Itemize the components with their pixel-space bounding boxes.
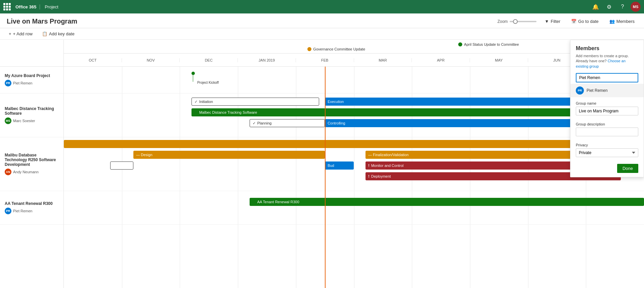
project-member: MS Marc Soester [5,117,59,124]
month-may: MAY [470,58,528,62]
milestone-row: April Status Update to Committee Governa… [64,40,644,53]
month-oct: OCT [64,58,122,62]
group-desc-input[interactable] [576,128,638,136]
calendar-icon: 📅 [571,19,576,24]
month-nov: NOV [122,58,180,62]
page-title: Live on Mars Program [7,17,498,25]
gantt-left: My Azure Board Project PR Piet Remen Mal… [0,40,64,288]
zoom-control[interactable]: Zoom [498,19,537,24]
group-name-section: Group name [570,97,644,118]
project-name: Malbec Distance Tracking Software [5,106,59,116]
gantt-left-body: My Azure Board Project PR Piet Remen Mal… [0,67,63,225]
avatar: PR [5,208,11,214]
timeline-header: April Status Update to Committee Governa… [64,40,644,67]
gantt-body: Project Kickoff ✓ Initiation Execution [64,67,644,288]
gantt-bar-bud[interactable]: Bud [325,161,354,170]
gantt-bar-initiation[interactable]: ✓ Initiation [191,98,319,106]
main-area: Live on Mars Program Zoom ▼ Filter 📅 Go … [0,13,644,288]
add-key-date-button[interactable]: 📋 Add key date [40,30,77,37]
group-name-input[interactable] [576,107,638,115]
project-name: Malibu Database Technology R250 Software… [5,153,59,167]
members-panel: Members Add members to create a group. A… [570,40,644,177]
panel-footer: Done [570,160,644,177]
done-button[interactable]: Done [617,164,638,173]
project-member: PR Piet Remen [5,80,59,86]
add-row-icon: + [9,31,11,36]
project-member: PR Piet Remen [5,208,59,214]
milestone-label: April Status Update to Committee [464,42,519,46]
project-name: My Azure Board Project [5,73,59,78]
member-suggestion[interactable]: PR Piet Remen [570,84,644,97]
zoom-slider[interactable] [510,21,536,22]
month-mar: MAR [354,58,412,62]
app-name[interactable]: Project [45,4,58,9]
project-row: Malibu Database Technology R250 Software… [0,137,63,191]
app-launcher-icon[interactable] [3,3,11,10]
header-actions: Zoom ▼ Filter 📅 Go to date 👥 Members [498,17,637,25]
month-jan: JAN 2019 [238,58,296,62]
project-row: Malbec Distance Tracking Software MS Mar… [0,94,63,137]
milestone-dot [307,47,311,51]
milestone-item: April Status Update to Committee [458,42,519,46]
avatar: MS [5,117,11,124]
privacy-select[interactable]: Private Public [576,148,638,157]
member-search-input[interactable] [576,73,638,82]
calendar-plus-icon: 📋 [42,31,47,36]
avatar: AN [5,169,11,175]
avatar: PR [5,80,11,86]
gantt-bar-finalization[interactable]: — Finalization/Validation [366,151,586,159]
gantt-row: Project Kickoff [64,67,644,94]
top-nav: Office 365 Project 🔔 ⚙ ? MS [0,0,644,13]
group-desc-section: Group description [570,118,644,139]
members-panel-header: Members Add members to create a group. A… [570,40,644,72]
notification-icon[interactable]: 🔔 [590,1,601,12]
user-avatar[interactable]: MS [631,2,641,12]
gantt-bar-aa-tenant[interactable]: AA Tenant Renewal R300 [250,198,644,206]
month-dec: DEC [180,58,238,62]
members-title: Members [576,45,638,51]
project-name: AA Tenant Renewal R300 [5,201,59,206]
toolbar-row: + + Add row 📋 Add key date [0,28,644,40]
gantt-row: AA Tenant Renewal R300 [64,191,644,225]
zoom-label: Zoom [498,19,508,24]
gantt-container: My Azure Board Project PR Piet Remen Mal… [0,40,644,288]
gantt-bar-design[interactable]: — Design [133,151,325,159]
gantt-bar-malibu-main[interactable] [64,140,644,148]
today-line [325,67,326,288]
gantt-row: — Design — Finalization/Validation Po... [64,137,644,191]
project-row: My Azure Board Project PR Piet Remen [0,67,63,94]
project-member: AN Andy Neumann [5,169,59,175]
settings-icon[interactable]: ⚙ [604,1,614,12]
project-row: AA Tenant Renewal R300 PR Piet Remen [0,191,63,225]
milestone-item: Governance Committee Update [307,47,365,51]
filter-button[interactable]: ▼ Filter [542,17,563,25]
help-icon[interactable]: ? [617,1,628,12]
gantt-bar-small[interactable] [110,161,133,170]
header-bar: Live on Mars Program Zoom ▼ Filter 📅 Go … [0,13,644,28]
group-desc-label: Group description [576,122,638,126]
month-feb: FEB [296,58,354,62]
privacy-label: Privacy [576,143,638,147]
office-logo[interactable]: Office 365 [15,4,40,9]
gantt-bar-planning[interactable]: ✓ Planning [250,119,325,127]
filter-icon: ▼ [545,19,549,24]
members-desc: Add members to create a group. Already h… [576,53,638,69]
add-row-button[interactable]: + + Add row [7,30,35,37]
suggestion-name: Piet Remen [587,88,608,93]
months-row: OCT NOV DEC JAN 2019 FEB MAR APR MAY JUN… [64,53,644,67]
milestone-label: Governance Committee Update [313,47,365,51]
members-icon: 👥 [609,19,615,24]
suggestion-avatar: PR [576,86,584,95]
gantt-row: ✓ Initiation Execution Malbec Distance T… [64,94,644,137]
milestone-marker [191,72,195,82]
goto-date-button[interactable]: 📅 Go to date [568,17,601,25]
group-name-label: Group name [576,101,638,105]
milestone-text: Project Kickoff [197,81,219,84]
members-button[interactable]: 👥 Members [607,17,637,25]
gantt-left-header [0,40,63,67]
privacy-section: Privacy Private Public [570,139,644,160]
month-apr: APR [412,58,470,62]
milestone-dot [458,42,462,46]
member-search-wrapper [576,73,638,82]
gantt-right: April Status Update to Committee Governa… [64,40,644,288]
